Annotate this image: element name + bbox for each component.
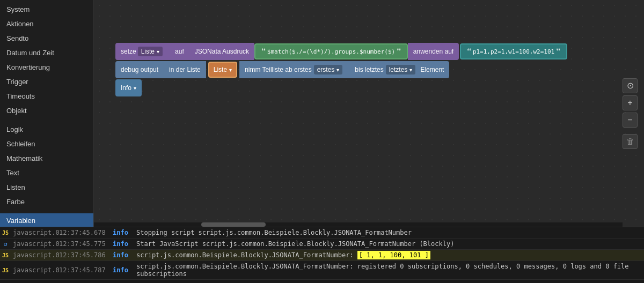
sidebar-item-listen[interactable]: Listen <box>0 180 93 195</box>
sidebar-item-system[interactable]: System <box>0 2 93 17</box>
anwenden-block: anwenden auf <box>408 43 459 60</box>
console-icon-1: JS <box>0 230 11 236</box>
sidebar-item-mathematik[interactable]: Mathematik <box>0 151 93 166</box>
bis-block: bis letztes letztes Element <box>349 61 449 78</box>
console-area: JS javascript.0 12:37:45.678 info Stoppi… <box>0 227 644 283</box>
console-source-3: javascript.0 <box>11 251 59 259</box>
block-row-3: Info ▾ <box>115 79 567 96</box>
trash-button[interactable]: 🗑 <box>623 134 638 149</box>
console-row-4: JS javascript.0 12:37:45.787 info script… <box>0 261 644 280</box>
console-source-4: javascript.0 <box>11 266 59 274</box>
info-dropdown-arrow: ▾ <box>134 85 136 91</box>
console-source-2: javascript.0 <box>11 240 59 248</box>
quote-left: ❝ <box>261 47 266 57</box>
sidebar-item-objekt[interactable]: Objekt <box>0 103 93 118</box>
refresh-icon-2: ↺ <box>3 240 7 248</box>
console-msg-1: Stopping script script.js.common.Beispie… <box>134 229 644 236</box>
liste-dropdown-1[interactable]: Liste <box>138 47 163 56</box>
zoom-out-button[interactable]: − <box>623 113 638 128</box>
sidebar-item-schleifen[interactable]: Schleifen <box>0 137 93 151</box>
canvas-scrollbar-thumb[interactable] <box>201 222 266 227</box>
js-icon-4: JS <box>2 267 9 273</box>
sidebar: System Aktionen Sendto Datum und Zeit Ko… <box>0 0 94 227</box>
console-time-3: 12:37:45.786 <box>59 251 113 259</box>
letztes-dropdown[interactable]: letztes <box>386 65 416 75</box>
debug-block[interactable]: debug output <box>115 61 164 78</box>
trash-icon: 🗑 <box>626 137 634 146</box>
match-expr-block[interactable]: ❝ $match($,/=(\d*)/).groups.$number($) ❞ <box>254 43 408 59</box>
console-level-4: info <box>113 266 134 274</box>
info-block[interactable]: Info ▾ <box>115 79 142 96</box>
console-level-3: info <box>113 251 134 259</box>
sidebar-item-trigger[interactable]: Trigger <box>0 75 93 89</box>
quote-right: ❞ <box>396 47 401 57</box>
sidebar-item-konvertierung[interactable]: Konvertierung <box>0 60 93 75</box>
p-value-block[interactable]: ❝ p1=1,p2=1,w1=100,w2=101 ❞ <box>460 43 567 59</box>
console-row-1: JS javascript.0 12:37:45.678 info Stoppi… <box>0 227 644 239</box>
highlighted-value: [ 1, 1, 100, 101 ] <box>357 251 430 259</box>
console-msg-3: script.js.common.Beispiele.Blockly.JSONA… <box>134 251 644 259</box>
canvas-scrollbar[interactable] <box>94 222 623 227</box>
console-icon-4: JS <box>0 267 11 273</box>
main-area: System Aktionen Sendto Datum und Zeit Ko… <box>0 0 644 227</box>
sidebar-item-sendto[interactable]: Sendto <box>0 31 93 46</box>
console-level-1: info <box>113 229 134 236</box>
block-row-2: debug output in der Liste Liste nimm Tei… <box>115 61 567 78</box>
sidebar-item-variablen[interactable]: Variablen <box>0 213 93 227</box>
console-msg-2: Start JavaScript script.js.common.Beispi… <box>134 240 644 248</box>
quote-right-2: ❞ <box>555 47 561 57</box>
console-source-1: javascript.0 <box>11 229 59 236</box>
console-time-4: 12:37:45.787 <box>59 266 113 274</box>
zoom-in-button[interactable]: + <box>623 95 638 110</box>
console-time-1: 12:37:45.678 <box>59 229 113 236</box>
sidebar-item-datum-und-zeit[interactable]: Datum und Zeit <box>0 46 93 60</box>
erstes-dropdown[interactable]: erstes <box>314 65 343 75</box>
js-icon-3: JS <box>2 252 9 258</box>
console-msg-4: script.js.common.Beispiele.Blockly.JSONA… <box>134 263 644 278</box>
auf-block: auf <box>170 43 189 60</box>
console-row-2: ↺ javascript.0 12:37:45.775 info Start J… <box>0 239 644 250</box>
setze-block[interactable]: setze Liste <box>115 43 170 60</box>
console-icon-3: JS <box>0 252 11 258</box>
console-time-2: 12:37:45.775 <box>59 240 113 248</box>
console-icon-2: ↺ <box>0 240 11 248</box>
sidebar-item-text[interactable]: Text <box>0 166 93 180</box>
js-icon-1: JS <box>2 230 9 236</box>
block-row-1: setze Liste auf JSONata Ausdruck ❝ $matc… <box>115 43 567 60</box>
zoom-controls: ⊙ + − 🗑 <box>623 78 638 149</box>
quote-left-2: ❝ <box>466 47 472 57</box>
liste-block-2[interactable]: Liste <box>208 62 237 78</box>
sidebar-item-aktionen[interactable]: Aktionen <box>0 17 93 31</box>
canvas-area[interactable]: setze Liste auf JSONata Ausdruck ❝ $matc… <box>94 0 644 227</box>
sidebar-item-farbe[interactable]: Farbe <box>0 195 93 209</box>
jsonata-block: JSONata Ausdruck <box>189 43 254 60</box>
sidebar-item-logik[interactable]: Logik <box>0 122 93 137</box>
blocks-container: setze Liste auf JSONata Ausdruck ❝ $matc… <box>115 43 567 96</box>
console-level-2: info <box>113 240 134 248</box>
inder-block: in der Liste <box>164 61 206 78</box>
console-row-3: JS javascript.0 12:37:45.786 info script… <box>0 250 644 261</box>
zoom-fit-button[interactable]: ⊙ <box>623 78 638 93</box>
nimm-block: nimm Teilliste ab erstes erstes <box>239 61 349 78</box>
sidebar-item-timeouts[interactable]: Timeouts <box>0 89 93 103</box>
